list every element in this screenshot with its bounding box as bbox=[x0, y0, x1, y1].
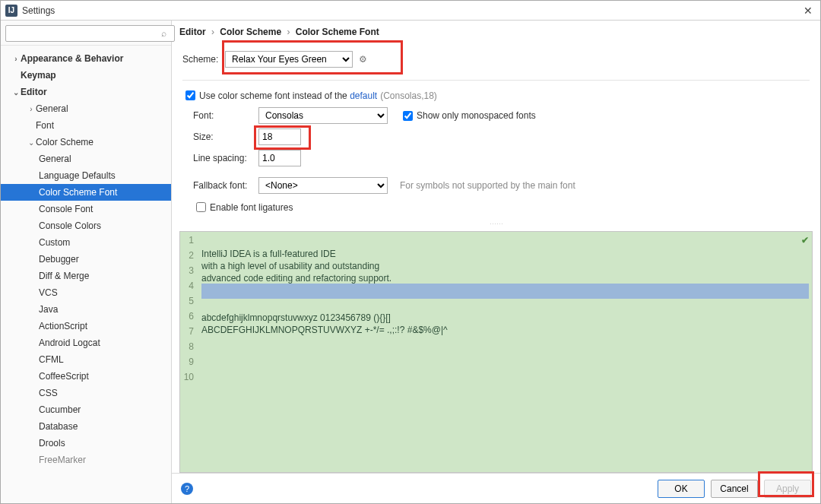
tree-label: Console Colors bbox=[39, 220, 101, 231]
tree-label: General bbox=[39, 154, 71, 164]
tree-label: Color Scheme bbox=[36, 137, 94, 147]
tree-cs-console-colors[interactable]: Console Colors bbox=[1, 217, 171, 234]
cancel-button[interactable]: Cancel bbox=[711, 480, 758, 498]
use-scheme-font-checkbox[interactable]: Use color scheme font instead of the def… bbox=[182, 88, 437, 103]
settings-tree[interactable]: ›Appearance & Behavior Keymap ⌄Editor ›G… bbox=[1, 46, 171, 503]
tree-label: CFML bbox=[39, 354, 64, 365]
tree-label: Language Defaults bbox=[39, 170, 116, 181]
close-icon[interactable]: ✕ bbox=[800, 5, 816, 17]
fallback-label: Fallback font: bbox=[193, 180, 258, 191]
tree-label: Custom bbox=[39, 237, 70, 248]
tree-font[interactable]: Font bbox=[1, 117, 171, 134]
tree-cs-android[interactable]: Android Logcat bbox=[1, 334, 171, 351]
tree-cs-css[interactable]: CSS bbox=[1, 385, 171, 401]
tree-cs-console-font[interactable]: Console Font bbox=[1, 201, 171, 217]
fallback-hint: For symbols not supported by the main fo… bbox=[400, 180, 575, 191]
help-icon[interactable]: ? bbox=[181, 483, 193, 495]
tree-label: Debugger bbox=[39, 254, 79, 265]
tree-cs-cucumber[interactable]: Cucumber bbox=[1, 401, 171, 418]
check-icon: ✔ bbox=[801, 235, 809, 246]
tree-general[interactable]: ›General bbox=[1, 100, 171, 117]
tree-cs-action[interactable]: ActionScript bbox=[1, 318, 171, 334]
breadcrumb: Editor › Color Scheme › Color Scheme Fon… bbox=[172, 21, 820, 43]
resize-grip[interactable]: ⋯⋯ bbox=[172, 222, 820, 227]
window-title: Settings bbox=[22, 5, 55, 16]
title-bar: IJ Settings ✕ bbox=[1, 1, 820, 21]
tree-label: Android Logcat bbox=[39, 338, 100, 348]
tree-label: Color Scheme Font bbox=[39, 187, 117, 198]
size-label: Size: bbox=[193, 132, 258, 142]
chevron-right-icon: › bbox=[211, 27, 214, 37]
preview-code: IntelliJ IDEA is a full-featured IDE wit… bbox=[197, 232, 812, 472]
breadcrumb-part: Color Scheme Font bbox=[296, 27, 379, 37]
tree-label: Console Font bbox=[39, 204, 93, 214]
tree-cs-java[interactable]: Java bbox=[1, 301, 171, 318]
ligatures-input[interactable] bbox=[196, 202, 206, 212]
mono-only-input[interactable] bbox=[403, 111, 413, 121]
use-scheme-font-input[interactable] bbox=[185, 90, 195, 100]
ligatures-checkbox[interactable]: Enable font ligatures bbox=[193, 200, 293, 214]
tree-cs-debugger[interactable]: Debugger bbox=[1, 251, 171, 268]
divider bbox=[182, 80, 810, 81]
breadcrumb-part: Color Scheme bbox=[220, 27, 281, 37]
tree-cs-font[interactable]: Color Scheme Font bbox=[1, 184, 171, 201]
ok-button[interactable]: OK bbox=[658, 480, 705, 498]
tree-cs-drools[interactable]: Drools bbox=[1, 435, 171, 452]
tree-label: General bbox=[36, 103, 68, 114]
tree-label: CoffeeScript bbox=[39, 371, 89, 382]
tree-cs-diff[interactable]: Diff & Merge bbox=[1, 268, 171, 284]
tree-label: ActionScript bbox=[39, 321, 87, 331]
tree-cs-general[interactable]: General bbox=[1, 151, 171, 167]
tree-label: Diff & Merge bbox=[39, 271, 89, 281]
fallback-select[interactable]: <None> bbox=[258, 177, 388, 194]
checkbox-label: Enable font ligatures bbox=[210, 202, 293, 213]
tree-label: Keymap bbox=[21, 70, 56, 81]
app-icon: IJ bbox=[5, 5, 17, 17]
search-input[interactable] bbox=[5, 25, 175, 42]
tree-cs-freemarker[interactable]: FreeMarker bbox=[1, 452, 171, 468]
scheme-label: Scheme: bbox=[182, 54, 225, 65]
size-input[interactable] bbox=[258, 128, 301, 145]
gear-icon[interactable]: ⚙ bbox=[359, 54, 367, 65]
tree-editor[interactable]: ⌄Editor bbox=[1, 84, 171, 100]
tree-color-scheme[interactable]: ⌄Color Scheme bbox=[1, 134, 171, 151]
tree-label: FreeMarker bbox=[39, 455, 86, 465]
tree-cs-cfml[interactable]: CFML bbox=[1, 351, 171, 368]
tree-label: Appearance & Behavior bbox=[21, 53, 123, 64]
tree-cs-lang-defaults[interactable]: Language Defaults bbox=[1, 167, 171, 184]
tree-appearance[interactable]: ›Appearance & Behavior bbox=[1, 50, 171, 67]
checkbox-label: Show only monospaced fonts bbox=[417, 110, 536, 121]
tree-cs-vcs[interactable]: VCS bbox=[1, 284, 171, 301]
mono-only-checkbox[interactable]: Show only monospaced fonts bbox=[400, 109, 536, 123]
tree-label: VCS bbox=[39, 287, 58, 298]
tree-cs-custom[interactable]: Custom bbox=[1, 234, 171, 251]
line-spacing-label: Line spacing: bbox=[193, 153, 258, 163]
tree-label: Drools bbox=[39, 438, 65, 449]
tree-label: Editor bbox=[21, 87, 47, 97]
tree-cs-database[interactable]: Database bbox=[1, 418, 171, 435]
font-label: Font: bbox=[193, 110, 258, 121]
font-preview: ✔ 12345678910 IntelliJ IDEA is a full-fe… bbox=[179, 231, 813, 473]
tree-label: CSS bbox=[39, 388, 58, 398]
chevron-right-icon: › bbox=[287, 27, 290, 37]
font-select[interactable]: Consolas bbox=[258, 107, 388, 124]
default-link[interactable]: default bbox=[350, 90, 377, 101]
breadcrumb-part: Editor bbox=[179, 27, 206, 37]
preview-gutter: 12345678910 bbox=[180, 232, 197, 472]
default-hint: (Consolas,18) bbox=[380, 90, 437, 101]
scheme-select[interactable]: Relax Your Eyes Green bbox=[225, 51, 353, 68]
tree-label: Cucumber bbox=[39, 404, 81, 415]
tree-label: Font bbox=[36, 120, 54, 131]
tree-label: Java bbox=[39, 304, 58, 315]
apply-button[interactable]: Apply bbox=[764, 480, 811, 498]
tree-label: Database bbox=[39, 421, 78, 432]
line-spacing-input[interactable] bbox=[258, 150, 301, 166]
tree-cs-coffee[interactable]: CoffeeScript bbox=[1, 368, 171, 385]
checkbox-label: Use color scheme font instead of the bbox=[199, 90, 347, 101]
tree-keymap[interactable]: Keymap bbox=[1, 67, 171, 84]
